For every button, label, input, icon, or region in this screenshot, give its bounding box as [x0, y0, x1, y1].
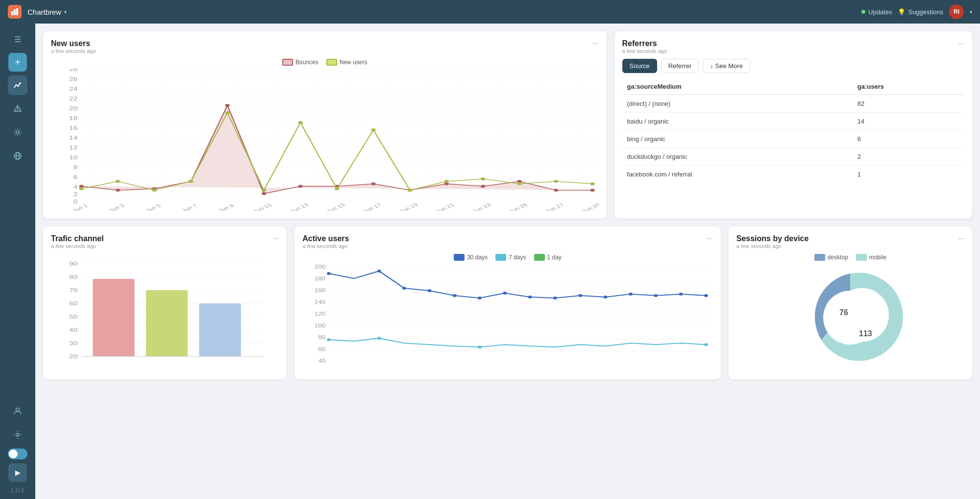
svg-point-5: [17, 110, 18, 111]
svg-point-52: [371, 128, 375, 131]
svg-text:28: 28: [69, 69, 77, 72]
svg-text:90: 90: [69, 261, 77, 267]
active-users-chart: 200 180 160 140 120 100 80 60 40: [302, 264, 712, 367]
svg-point-49: [262, 189, 266, 192]
svg-point-37: [371, 182, 375, 185]
sessions-legend: desktop mobile: [736, 254, 964, 261]
svg-point-128: [377, 337, 381, 340]
svg-text:26: 26: [69, 76, 77, 82]
svg-text:140: 140: [315, 299, 326, 305]
referrers-title-group: Referrers a few seconds ago: [622, 39, 667, 58]
svg-text:100: 100: [315, 323, 326, 329]
svg-point-53: [408, 189, 412, 192]
svg-text:80: 80: [69, 274, 77, 280]
svg-point-130: [704, 343, 708, 346]
sidebar-play-button[interactable]: ▶: [8, 463, 27, 482]
col-source-medium: ga:sourceMedium: [622, 79, 853, 95]
trafic-title: Trafic channel: [51, 234, 104, 243]
svg-text:20: 20: [69, 354, 77, 359]
sessions-chart: 76 113: [736, 264, 964, 372]
svg-point-45: [116, 180, 120, 183]
suggestions-button[interactable]: 💡 Suggestions: [898, 8, 943, 16]
users-cell: 82: [853, 95, 964, 113]
legend-1day: 1 day: [534, 254, 562, 261]
tab-referrer[interactable]: Referrer: [661, 59, 699, 73]
svg-point-113: [377, 270, 381, 273]
svg-text:70: 70: [69, 288, 77, 293]
svg-text:Jun 13: Jun 13: [288, 202, 310, 211]
svg-text:Jun 15: Jun 15: [325, 202, 346, 211]
sidebar-item-connections[interactable]: [8, 99, 27, 119]
svg-text:60: 60: [318, 347, 326, 352]
updates-button[interactable]: Updates: [861, 8, 892, 16]
svg-text:12: 12: [69, 145, 77, 150]
referrers-subtitle: a few seconds ago: [622, 48, 667, 54]
trafic-chart: 90 80 70 60 50 40 30 20: [51, 254, 279, 372]
sidebar-add-button[interactable]: +: [8, 53, 27, 72]
app-title[interactable]: Chartbrew ▾: [27, 8, 67, 16]
svg-text:24: 24: [69, 86, 77, 92]
svg-text:200: 200: [315, 264, 326, 270]
svg-point-119: [528, 296, 532, 299]
legend-30days: 30 days: [454, 254, 488, 261]
svg-point-40: [481, 185, 485, 188]
sidebar-bottom: ▶ 1.11.0: [8, 401, 27, 493]
legend-desktop: desktop: [814, 254, 848, 261]
svg-point-126: [704, 294, 708, 297]
users-cell: 2: [853, 148, 964, 166]
table-row: baidu / organic 14: [622, 113, 964, 130]
sidebar-item-menu[interactable]: ☰: [8, 29, 27, 49]
see-more-button[interactable]: ↓ See More: [703, 59, 750, 73]
new-users-card: New users a few seconds ago ··· Bounces …: [43, 31, 607, 219]
referrers-menu[interactable]: ···: [958, 39, 964, 48]
svg-point-118: [503, 292, 507, 295]
svg-text:4: 4: [74, 184, 78, 190]
users-cell: 14: [853, 113, 964, 130]
svg-point-124: [654, 294, 658, 297]
users-cell: 1: [853, 166, 964, 183]
sidebar-item-settings[interactable]: [8, 123, 27, 142]
new-users-menu[interactable]: ···: [592, 39, 598, 48]
bottom-row: Trafic channel a few seconds ago ···: [43, 226, 972, 379]
svg-text:Jun 11: Jun 11: [252, 202, 273, 211]
svg-text:180: 180: [315, 276, 326, 282]
source-cell: baidu / organic: [622, 113, 853, 130]
svg-text:Jun 17: Jun 17: [361, 202, 382, 211]
svg-text:Jun 25: Jun 25: [507, 202, 529, 211]
svg-text:6: 6: [74, 175, 78, 180]
sidebar-item-globe[interactable]: [8, 146, 27, 166]
sidebar-version: 1.11.0: [11, 488, 24, 493]
svg-point-123: [629, 293, 633, 296]
sidebar-item-team[interactable]: [8, 425, 27, 445]
svg-point-55: [481, 177, 485, 180]
sessions-menu[interactable]: ···: [958, 234, 964, 243]
table-row: bing / organic 6: [622, 130, 964, 148]
active-users-menu[interactable]: ···: [706, 234, 712, 243]
svg-point-33: [225, 104, 229, 107]
tab-source[interactable]: Source: [622, 59, 657, 73]
app-logo: [8, 5, 22, 19]
svg-point-125: [679, 293, 683, 296]
svg-point-48: [225, 111, 229, 114]
svg-text:Jun 9: Jun 9: [217, 203, 235, 211]
svg-point-11: [16, 433, 19, 436]
svg-text:30: 30: [69, 341, 77, 346]
active-users-title: Active users: [302, 234, 349, 243]
user-avatar[interactable]: RI: [949, 4, 964, 19]
table-row: facebook.com / referral 1: [622, 166, 964, 183]
new-users-subtitle: a few seconds ago: [51, 48, 96, 54]
svg-point-54: [444, 180, 448, 183]
sidebar: ☰ + ▶ 1.11.0: [0, 24, 35, 499]
svg-point-56: [517, 182, 521, 185]
toggle-knob: [9, 449, 18, 458]
source-cell: bing / organic: [622, 130, 853, 148]
user-menu-chevron[interactable]: ▾: [970, 9, 972, 15]
sidebar-item-charts[interactable]: [8, 75, 27, 95]
svg-point-43: [590, 189, 594, 192]
trafic-menu[interactable]: ···: [272, 234, 279, 243]
sidebar-item-user[interactable]: [8, 401, 27, 421]
sidebar-toggle[interactable]: [8, 449, 27, 459]
svg-text:20: 20: [69, 106, 77, 111]
svg-rect-1: [14, 9, 16, 15]
source-cell: duckduckgo / organic: [622, 148, 853, 166]
